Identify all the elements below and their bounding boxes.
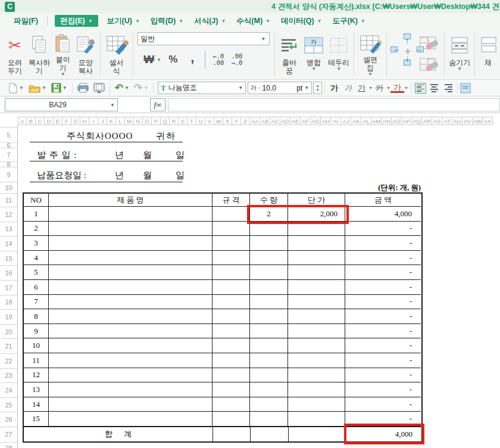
- column-header-AA[interactable]: AA: [250, 117, 260, 125]
- column-header-AG[interactable]: AG: [311, 117, 321, 125]
- no-cell[interactable]: 9: [24, 324, 49, 339]
- no-cell[interactable]: 3: [24, 236, 49, 251]
- spec-cell[interactable]: [212, 207, 250, 222]
- no-cell[interactable]: 15: [24, 412, 49, 427]
- product-name-cell[interactable]: [49, 368, 212, 383]
- cell-format-button[interactable]: 셀서식: [103, 31, 130, 78]
- product-name-cell[interactable]: [49, 397, 212, 412]
- column-header-AN[interactable]: AN: [382, 117, 392, 125]
- row-header-25[interactable]: 25: [0, 398, 17, 413]
- column-header-G[interactable]: G: [71, 117, 80, 125]
- row-header-24[interactable]: 24: [0, 383, 17, 398]
- menu-서식J[interactable]: 서식(J)▼: [189, 15, 231, 27]
- column-header-V[interactable]: V: [205, 117, 214, 125]
- name-box[interactable]: BA29 ▼: [5, 98, 118, 111]
- month-label[interactable]: 월: [143, 170, 152, 181]
- amount-cell[interactable]: -: [345, 324, 421, 339]
- unit-note[interactable]: (단위: 개, 원): [378, 183, 421, 193]
- amount-cell[interactable]: -: [345, 236, 421, 251]
- column-header-S[interactable]: S: [179, 117, 188, 125]
- row-header-16[interactable]: 16: [0, 266, 17, 281]
- column-header-K[interactable]: K: [107, 117, 116, 125]
- paste-button[interactable]: 붙이기 ▼: [52, 31, 74, 78]
- row-header-10[interactable]: 10: [0, 182, 17, 194]
- column-header-Y[interactable]: Y: [232, 117, 241, 125]
- row-header-15[interactable]: 15: [0, 251, 17, 266]
- row-header-13[interactable]: 13: [0, 222, 17, 237]
- product-name-cell[interactable]: [49, 236, 212, 251]
- column-header-AK[interactable]: AK: [351, 117, 361, 125]
- cell-edit-button[interactable]: 셀편집 ▼: [357, 31, 384, 78]
- header-cell[interactable]: 제 품 명: [49, 194, 212, 207]
- unit-price-cell[interactable]: [288, 295, 345, 310]
- row-header-7[interactable]: 7: [0, 148, 17, 162]
- no-cell[interactable]: 8: [24, 309, 49, 324]
- month-label[interactable]: 월: [143, 150, 152, 161]
- product-name-cell[interactable]: [49, 207, 212, 222]
- print-button[interactable]: [75, 82, 91, 95]
- qty-cell[interactable]: [250, 265, 288, 280]
- new-document-button[interactable]: ▼: [6, 82, 26, 95]
- amount-cell[interactable]: -: [345, 309, 421, 324]
- product-name-cell[interactable]: [49, 295, 212, 310]
- column-header-P[interactable]: P: [152, 117, 161, 125]
- column-header-C[interactable]: C: [36, 117, 45, 125]
- increase-decimal-button[interactable]: .00 →.0: [227, 53, 246, 66]
- product-name-cell[interactable]: [49, 353, 212, 368]
- row-header-19[interactable]: 19: [0, 310, 17, 325]
- spec-cell[interactable]: [213, 427, 251, 441]
- menu-파일F[interactable]: 파일(F): [8, 15, 43, 27]
- unit-price-cell[interactable]: [288, 412, 345, 427]
- header-cell[interactable]: 규 격: [212, 194, 250, 207]
- column-header-H[interactable]: H: [80, 117, 89, 125]
- bold-button[interactable]: 가: [327, 83, 341, 94]
- spec-cell[interactable]: [212, 368, 250, 383]
- spec-cell[interactable]: [212, 295, 250, 310]
- column-header-AO[interactable]: AO: [392, 117, 402, 125]
- menu-수식M[interactable]: 수식(M)▼: [231, 15, 276, 27]
- row-header-23[interactable]: 23: [0, 369, 17, 384]
- unit-price-cell[interactable]: [288, 353, 345, 368]
- font-name-select[interactable]: T 나눔명조 ▼: [158, 82, 246, 94]
- spec-cell[interactable]: [212, 382, 250, 397]
- product-name-cell[interactable]: [49, 309, 212, 324]
- no-cell[interactable]: 12: [24, 368, 49, 383]
- amount-cell[interactable]: -: [345, 265, 421, 280]
- spec-cell[interactable]: [212, 222, 250, 237]
- product-name-cell[interactable]: [49, 382, 212, 397]
- header-cell[interactable]: 금 액: [345, 194, 421, 207]
- company-cell[interactable]: 주식회사OOOO: [67, 130, 133, 142]
- day-label[interactable]: 일: [176, 170, 185, 181]
- amount-cell[interactable]: 4,000: [345, 207, 421, 222]
- product-name-cell[interactable]: [49, 222, 212, 237]
- product-name-cell[interactable]: [49, 280, 212, 295]
- spec-cell[interactable]: [212, 280, 250, 295]
- merge-cells-button[interactable]: 가 병합 ▼: [301, 31, 326, 78]
- qty-cell[interactable]: [250, 338, 288, 353]
- unit-price-cell[interactable]: [288, 280, 345, 295]
- column-header-T[interactable]: T: [188, 117, 196, 125]
- column-header-A[interactable]: A: [18, 117, 27, 125]
- product-name-cell[interactable]: [49, 412, 212, 427]
- column-header-R[interactable]: R: [170, 117, 179, 125]
- column-header-D[interactable]: D: [45, 117, 54, 125]
- font-size-select[interactable]: 가 ↕ 10.0 pt ▼: [248, 82, 312, 94]
- column-header-AT[interactable]: AT: [442, 117, 452, 125]
- hide-button[interactable]: 숨기기 ▼: [447, 31, 472, 78]
- undo-button[interactable]: ↶ ▼: [112, 82, 132, 95]
- arrow-up-icon[interactable]: ↑: [405, 36, 410, 45]
- formula-input[interactable]: [168, 98, 500, 111]
- strikethrough-button[interactable]: 가: [373, 83, 386, 94]
- row-header-12[interactable]: 12: [0, 207, 17, 222]
- qty-cell[interactable]: [250, 412, 288, 427]
- arrow-down-icon[interactable]: ↓: [405, 54, 410, 63]
- header-cell[interactable]: NO: [24, 194, 49, 207]
- column-header-AM[interactable]: AM: [371, 117, 382, 125]
- menu-보기U[interactable]: 보기(U)▼: [102, 15, 145, 27]
- product-name-cell[interactable]: [49, 265, 212, 280]
- spec-cell[interactable]: [212, 412, 250, 427]
- column-header-AV[interactable]: AV: [462, 117, 473, 125]
- column-header-F[interactable]: F: [62, 117, 71, 125]
- column-header-AU[interactable]: AU: [452, 117, 462, 125]
- menu-데이터Q[interactable]: 데이터(Q)▼: [276, 15, 327, 27]
